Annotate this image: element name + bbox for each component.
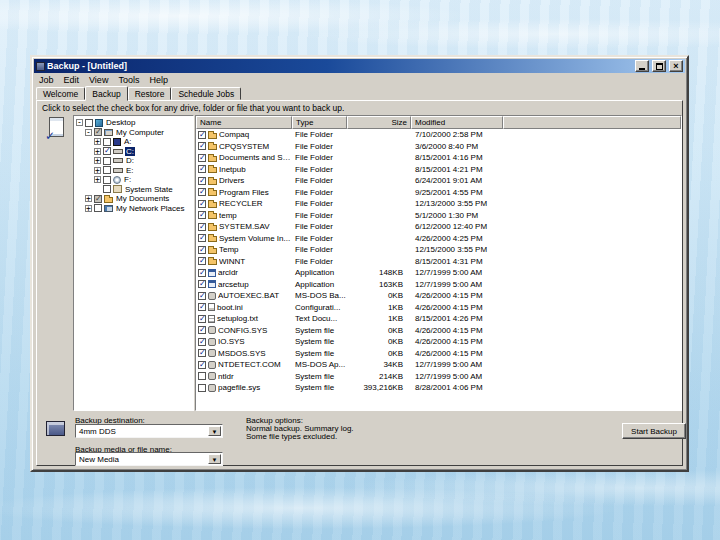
tree-item-label[interactable]: F: <box>123 175 132 184</box>
tree-item-a-[interactable]: +A: <box>74 137 193 147</box>
tree-item-checkbox[interactable]: ✓ <box>103 147 111 155</box>
row-checkbox[interactable] <box>198 384 206 392</box>
row-checkbox[interactable]: ✓ <box>198 234 206 242</box>
expand-toggle-icon[interactable]: + <box>94 157 101 164</box>
tree-item-checkbox[interactable]: ✓ <box>94 195 102 203</box>
tree-item-e-[interactable]: +E: <box>74 166 193 176</box>
menu-view[interactable]: View <box>84 75 113 85</box>
tree-item-label[interactable]: D: <box>125 156 135 165</box>
title-bar[interactable]: Backup - [Untitled] × <box>34 59 685 73</box>
list-row[interactable]: ✓arcsetupApplication163KB12/7/1999 5:00 … <box>196 279 681 291</box>
list-row[interactable]: ✓setuplog.txtText Docu...1KB8/15/2001 4:… <box>196 313 681 325</box>
expand-toggle-icon[interactable]: + <box>94 176 101 183</box>
tree-item-label[interactable]: My Documents <box>115 194 170 203</box>
list-row[interactable]: ✓CPQSYSTEMFile Folder3/6/2000 8:40 PM <box>196 141 681 153</box>
backup-destination-select[interactable]: 4mm DDS ▼ <box>75 424 223 438</box>
list-row[interactable]: ✓RECYCLERFile Folder12/13/2000 3:55 PM <box>196 198 681 210</box>
tree-item-my-documents[interactable]: +✓My Documents <box>74 194 193 204</box>
list-row[interactable]: ✓System Volume In...File Folder4/26/2000… <box>196 233 681 245</box>
tree-item-system-state[interactable]: +System State <box>74 185 193 195</box>
tree-item-label[interactable]: My Computer <box>115 128 165 137</box>
row-checkbox[interactable]: ✓ <box>198 188 206 196</box>
tree-item-checkbox[interactable] <box>85 119 93 127</box>
row-checkbox[interactable] <box>198 372 206 380</box>
column-header-type[interactable]: Type <box>292 116 347 129</box>
chevron-down-icon[interactable]: ▼ <box>208 454 221 464</box>
list-row[interactable]: ✓SYSTEM.SAVFile Folder6/12/2000 12:40 PM <box>196 221 681 233</box>
list-row[interactable]: ✓arcldrApplication148KB12/7/1999 5:00 AM <box>196 267 681 279</box>
expand-toggle-icon[interactable]: + <box>85 205 92 212</box>
tab-backup[interactable]: Backup <box>85 86 127 101</box>
close-button[interactable]: × <box>669 60 683 72</box>
chevron-down-icon[interactable]: ▼ <box>208 426 221 436</box>
menu-tools[interactable]: Tools <box>113 75 144 85</box>
row-checkbox[interactable]: ✓ <box>198 315 206 323</box>
list-row[interactable]: ✓NTDETECT.COMMS-DOS Ap...34KB12/7/1999 5… <box>196 359 681 371</box>
list-row[interactable]: ✓Program FilesFile Folder9/25/2001 4:55 … <box>196 187 681 199</box>
column-header-modified[interactable]: Modified <box>411 116 503 129</box>
maximize-button[interactable] <box>652 60 666 72</box>
tab-schedule-jobs[interactable]: Schedule Jobs <box>171 87 241 100</box>
row-checkbox[interactable]: ✓ <box>198 154 206 162</box>
list-row[interactable]: ✓TempFile Folder12/15/2000 3:55 PM <box>196 244 681 256</box>
expand-toggle-icon[interactable]: + <box>94 167 101 174</box>
row-checkbox[interactable]: ✓ <box>198 292 206 300</box>
list-row[interactable]: ✓InetpubFile Folder8/15/2001 4:21 PM <box>196 164 681 176</box>
minimize-button[interactable] <box>635 60 649 72</box>
tree-pane[interactable]: -Desktop-✓My Computer+A:+✓C:+D:+E:+F:+Sy… <box>73 115 194 411</box>
tree-item-my-computer[interactable]: -✓My Computer <box>74 128 193 138</box>
row-checkbox[interactable]: ✓ <box>198 349 206 357</box>
tree-item-label[interactable]: System State <box>124 185 174 194</box>
row-checkbox[interactable]: ✓ <box>198 269 206 277</box>
list-row[interactable]: ✓tempFile Folder5/1/2000 1:30 PM <box>196 210 681 222</box>
list-row[interactable]: ✓AUTOEXEC.BATMS-DOS Ba...0KB4/26/2000 4:… <box>196 290 681 302</box>
row-checkbox[interactable]: ✓ <box>198 280 206 288</box>
collapse-toggle-icon[interactable]: - <box>85 129 92 136</box>
tree-item-c-[interactable]: +✓C: <box>74 147 193 157</box>
tree-item-checkbox[interactable] <box>103 157 111 165</box>
list-row[interactable]: pagefile.sysSystem file393,216KB8/28/200… <box>196 382 681 394</box>
list-row[interactable]: ntldrSystem file214KB12/7/1999 5:00 AM <box>196 371 681 383</box>
tree-item-checkbox[interactable] <box>94 204 102 212</box>
row-checkbox[interactable]: ✓ <box>198 257 206 265</box>
menu-job[interactable]: Job <box>34 75 59 85</box>
row-checkbox[interactable]: ✓ <box>198 177 206 185</box>
list-row[interactable]: ✓CONFIG.SYSSystem file0KB4/26/2000 4:15 … <box>196 325 681 337</box>
list-row[interactable]: ✓WINNTFile Folder8/15/2001 4:31 PM <box>196 256 681 268</box>
tab-welcome[interactable]: Welcome <box>36 87 85 100</box>
menu-edit[interactable]: Edit <box>59 75 85 85</box>
tree-item-f-[interactable]: +F: <box>74 175 193 185</box>
tree-item-d-[interactable]: +D: <box>74 156 193 166</box>
start-backup-button[interactable]: Start Backup <box>622 423 686 439</box>
tree-item-my-network-places[interactable]: +My Network Places <box>74 204 193 214</box>
row-checkbox[interactable]: ✓ <box>198 361 206 369</box>
tree-item-checkbox[interactable]: ✓ <box>94 128 102 136</box>
tree-item-checkbox[interactable] <box>103 138 111 146</box>
list-row[interactable]: ✓MSDOS.SYSSystem file0KB4/26/2000 4:15 P… <box>196 348 681 360</box>
row-checkbox[interactable]: ✓ <box>198 303 206 311</box>
menu-help[interactable]: Help <box>144 75 173 85</box>
row-checkbox[interactable]: ✓ <box>198 200 206 208</box>
row-checkbox[interactable]: ✓ <box>198 338 206 346</box>
column-header-size[interactable]: Size <box>347 116 411 129</box>
tree-item-label[interactable]: A: <box>123 137 133 146</box>
column-header-name[interactable]: Name <box>196 116 292 129</box>
row-checkbox[interactable]: ✓ <box>198 142 206 150</box>
list-row[interactable]: ✓IO.SYSSystem file0KB4/26/2000 4:15 PM <box>196 336 681 348</box>
tree-item-label[interactable]: E: <box>125 166 135 175</box>
backup-media-select[interactable]: New Media ▼ <box>75 452 223 466</box>
tree-item-desktop[interactable]: -Desktop <box>74 118 193 128</box>
row-checkbox[interactable]: ✓ <box>198 223 206 231</box>
tree-item-checkbox[interactable] <box>103 185 111 193</box>
list-row[interactable]: ✓DriversFile Folder6/24/2001 9:01 AM <box>196 175 681 187</box>
tree-item-checkbox[interactable] <box>103 176 111 184</box>
row-checkbox[interactable]: ✓ <box>198 211 206 219</box>
row-checkbox[interactable]: ✓ <box>198 246 206 254</box>
list-row[interactable]: ✓CompaqFile Folder7/10/2000 2:58 PM <box>196 129 681 141</box>
tree-item-label[interactable]: Desktop <box>105 118 136 127</box>
row-checkbox[interactable]: ✓ <box>198 165 206 173</box>
tree-item-checkbox[interactable] <box>103 166 111 174</box>
tree-item-label[interactable]: My Network Places <box>115 204 185 213</box>
file-list-pane[interactable]: NameTypeSizeModified ✓CompaqFile Folder7… <box>195 115 682 411</box>
row-checkbox[interactable]: ✓ <box>198 326 206 334</box>
